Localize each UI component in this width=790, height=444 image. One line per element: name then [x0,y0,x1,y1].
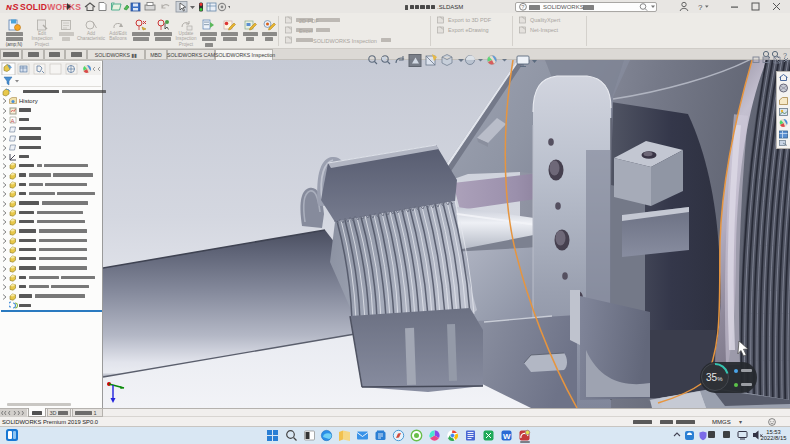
svg-text:ɴS: ɴS [6,1,19,12]
svg-text:?: ? [698,3,703,12]
svg-text:W: W [503,432,511,441]
svg-text:SOLIDWORKS: SOLIDWORKS [20,2,81,12]
svg-text:?: ? [521,4,524,10]
svg-text:A: A [11,117,15,123]
